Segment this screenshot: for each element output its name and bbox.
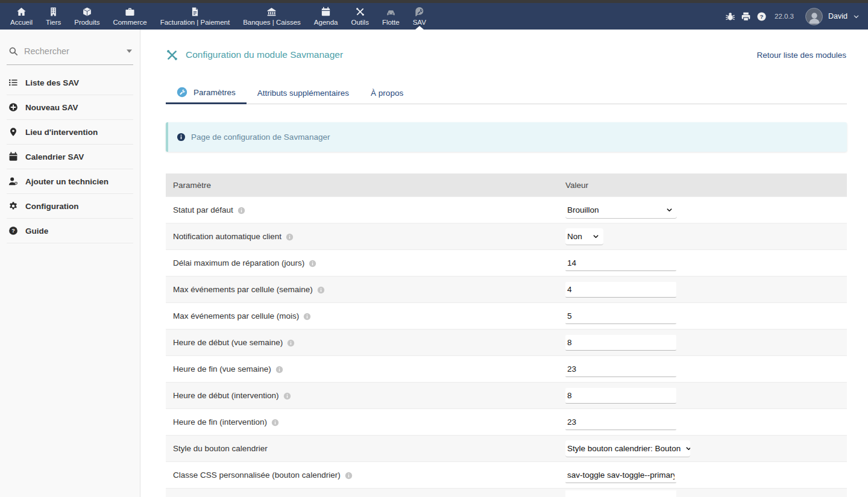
value-input[interactable] xyxy=(565,388,676,404)
value-input[interactable] xyxy=(565,490,676,497)
param-label: Statut par défaut xyxy=(173,205,233,214)
car-icon xyxy=(386,7,396,17)
dropdown-caret-icon[interactable] xyxy=(127,49,132,53)
info-icon xyxy=(177,133,186,142)
left-sidebar: Liste des SAV Nouveau SAV Lieu d'interve… xyxy=(0,30,140,497)
nav-item-agenda[interactable]: Agenda xyxy=(307,3,345,30)
table-row-classe-css-personnalisee-bouton-calendrier: Classe CSS personnalisée (bouton calendr… xyxy=(166,461,847,488)
bank-icon xyxy=(266,7,277,17)
user-name[interactable]: David xyxy=(828,12,848,20)
wrench-circle-icon xyxy=(177,87,187,98)
chevron-down-icon xyxy=(588,233,599,240)
tab-attributs-supplementaires[interactable]: Attributs supplémentaires xyxy=(247,89,360,104)
chevron-down-icon xyxy=(681,445,690,452)
value-select[interactable]: Non xyxy=(565,228,603,245)
value-select[interactable]: Style bouton calendrier: Bouton xyxy=(565,440,690,457)
home-icon xyxy=(16,7,27,17)
value-input[interactable] xyxy=(565,414,676,430)
sidebar-item-liste-des-sav[interactable]: Liste des SAV xyxy=(7,70,133,95)
info-tooltip-icon[interactable] xyxy=(237,207,245,214)
param-label: Notification automatique client xyxy=(173,232,281,241)
nav-item-produits[interactable]: Produits xyxy=(68,3,106,30)
info-tooltip-icon[interactable] xyxy=(345,472,353,480)
param-label: Heure de début (intervention) xyxy=(173,391,279,400)
nav-item-sav[interactable]: SAV xyxy=(406,3,433,30)
debug-bug-icon[interactable] xyxy=(725,11,735,22)
value-input[interactable] xyxy=(565,282,676,298)
table-row-notification-automatique-client: Notification automatique client Non xyxy=(166,223,847,249)
search-box[interactable] xyxy=(7,46,133,65)
param-label: Max événements par cellule (semaine) xyxy=(173,285,313,294)
info-tooltip-icon[interactable] xyxy=(287,339,295,347)
info-tooltip-icon[interactable] xyxy=(271,419,279,427)
nav-item-flotte[interactable]: Flotte xyxy=(376,3,406,30)
svg-text:?: ? xyxy=(11,228,15,234)
print-icon[interactable] xyxy=(741,11,751,22)
version-label: 22.0.3 xyxy=(775,13,794,20)
table-row-max-evenements-par-cellule-mois: Max événements par cellule (mois) xyxy=(166,302,847,329)
nav-item-facturation-paiement[interactable]: Facturation | Paiement xyxy=(154,3,237,30)
param-label: Style du bouton calendrier xyxy=(173,444,268,453)
info-message: Page de configuration de Savmanager xyxy=(191,133,330,142)
table-row-heure-de-debut-intervention: Heure de début (intervention) xyxy=(166,382,847,408)
sidebar-item-ajouter-un-technicien[interactable]: Ajouter un technicien xyxy=(7,169,133,194)
sav-pin-icon xyxy=(414,7,424,17)
sidebar-item-guide[interactable]: ? Guide xyxy=(7,219,133,243)
sidebar-item-configuration[interactable]: Configuration xyxy=(7,194,133,219)
search-input[interactable] xyxy=(24,46,127,56)
sidebar-item-calendrier-sav[interactable]: Calendrier SAV xyxy=(7,145,133,169)
nav-item-outils[interactable]: Outils xyxy=(344,3,375,30)
param-label: Classe CSS personnalisée (bouton calendr… xyxy=(173,470,341,480)
info-tooltip-icon[interactable] xyxy=(286,233,294,241)
tab-a-propos[interactable]: À propos xyxy=(360,89,414,104)
value-input[interactable] xyxy=(565,335,676,351)
parameters-table: Paramètre Valeur Statut par défaut Broui… xyxy=(166,173,847,497)
table-row-style-du-bouton-calendrier: Style du bouton calendrier Style bouton … xyxy=(166,435,847,461)
param-label: Max événements par cellule (mois) xyxy=(173,311,299,320)
nav-item-banques-caisses[interactable]: Banques | Caisses xyxy=(236,3,307,30)
calendar-icon xyxy=(321,7,331,17)
chevron-down-icon xyxy=(661,207,673,213)
tab-parametres[interactable]: Paramètres xyxy=(166,87,247,104)
building-icon xyxy=(48,7,58,17)
param-label: Heure de fin (vue semaine) xyxy=(173,364,271,374)
module-tools-icon xyxy=(166,49,178,61)
value-input[interactable] xyxy=(565,467,676,483)
gear-icon xyxy=(8,201,18,211)
briefcase-icon xyxy=(125,7,135,17)
top-navbar: Accueil Tiers Produits Commerce xyxy=(0,3,868,30)
value-input[interactable] xyxy=(565,308,676,324)
back-to-modules-link[interactable]: Retour liste des modules xyxy=(756,51,846,60)
sidebar-item-lieu-d-intervention[interactable]: Lieu d'intervention xyxy=(7,120,133,145)
avatar[interactable] xyxy=(805,8,823,25)
list-icon xyxy=(8,78,18,87)
info-banner: Page de configuration de Savmanager xyxy=(166,122,847,152)
param-label: Délai maximum de réparation (jours) xyxy=(173,258,304,267)
column-header-valeur: Valeur xyxy=(565,181,588,190)
table-row-heure-de-fin-vue-semaine: Heure de fin (vue semaine) xyxy=(166,355,847,382)
chevron-down-icon[interactable] xyxy=(853,13,860,20)
info-tooltip-icon[interactable] xyxy=(283,392,291,400)
info-tooltip-icon[interactable] xyxy=(303,313,311,320)
sidebar-item-nouveau-sav[interactable]: Nouveau SAV xyxy=(7,95,133,120)
info-tooltip-icon[interactable] xyxy=(309,260,316,267)
page-title: Configuration du module Savmanager xyxy=(166,49,343,61)
map-marker-icon xyxy=(8,127,18,137)
value-input[interactable] xyxy=(565,255,676,271)
nav-item-tiers[interactable]: Tiers xyxy=(39,3,68,30)
table-row-partial xyxy=(166,488,847,497)
plus-circle-icon xyxy=(8,102,18,112)
nav-item-accueil[interactable]: Accueil xyxy=(4,3,39,30)
nav-item-commerce[interactable]: Commerce xyxy=(106,3,153,30)
info-tooltip-icon[interactable] xyxy=(317,286,325,294)
info-tooltip-icon[interactable] xyxy=(275,366,283,374)
main-content: Configuration du module Savmanager Retou… xyxy=(141,30,868,497)
value-select[interactable]: Brouillon xyxy=(565,202,677,219)
svg-text:?: ? xyxy=(760,13,764,20)
search-icon xyxy=(8,46,18,56)
help-icon[interactable]: ? xyxy=(756,11,767,22)
user-plus-icon xyxy=(8,177,18,186)
value-input[interactable] xyxy=(565,361,676,377)
invoice-icon xyxy=(190,7,200,17)
param-label: Heure de début (vue semaine) xyxy=(173,338,283,347)
